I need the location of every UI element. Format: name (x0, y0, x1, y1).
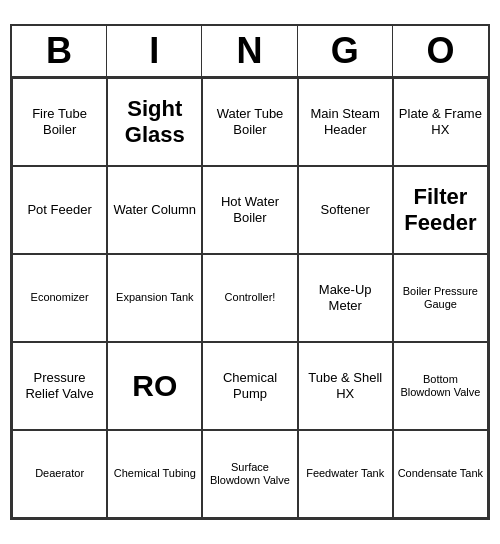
bingo-cell-6: Water Column (107, 166, 202, 254)
bingo-cell-10: Economizer (12, 254, 107, 342)
bingo-cell-8: Softener (298, 166, 393, 254)
header-letter-i: I (107, 26, 202, 76)
bingo-grid: Fire Tube BoilerSight GlassWater Tube Bo… (12, 78, 488, 518)
bingo-card: BINGO Fire Tube BoilerSight GlassWater T… (10, 24, 490, 520)
bingo-cell-7: Hot Water Boiler (202, 166, 297, 254)
bingo-cell-4: Plate & Frame HX (393, 78, 488, 166)
bingo-cell-15: Pressure Relief Valve (12, 342, 107, 430)
bingo-cell-1: Sight Glass (107, 78, 202, 166)
bingo-cell-9: Filter Feeder (393, 166, 488, 254)
bingo-cell-18: Tube & Shell HX (298, 342, 393, 430)
header-letter-g: G (298, 26, 393, 76)
bingo-header: BINGO (12, 26, 488, 78)
bingo-cell-3: Main Steam Header (298, 78, 393, 166)
bingo-cell-19: Bottom Blowdown Valve (393, 342, 488, 430)
bingo-cell-5: Pot Feeder (12, 166, 107, 254)
bingo-cell-0: Fire Tube Boiler (12, 78, 107, 166)
bingo-cell-16: RO (107, 342, 202, 430)
bingo-cell-23: Feedwater Tank (298, 430, 393, 518)
bingo-cell-21: Chemical Tubing (107, 430, 202, 518)
bingo-cell-17: Chemical Pump (202, 342, 297, 430)
bingo-cell-24: Condensate Tank (393, 430, 488, 518)
bingo-cell-13: Make-Up Meter (298, 254, 393, 342)
header-letter-b: B (12, 26, 107, 76)
bingo-cell-14: Boiler Pressure Gauge (393, 254, 488, 342)
bingo-cell-11: Expansion Tank (107, 254, 202, 342)
header-letter-o: O (393, 26, 488, 76)
bingo-cell-2: Water Tube Boiler (202, 78, 297, 166)
header-letter-n: N (202, 26, 297, 76)
bingo-cell-20: Deaerator (12, 430, 107, 518)
bingo-cell-22: Surface Blowdown Valve (202, 430, 297, 518)
bingo-cell-12: Controller! (202, 254, 297, 342)
